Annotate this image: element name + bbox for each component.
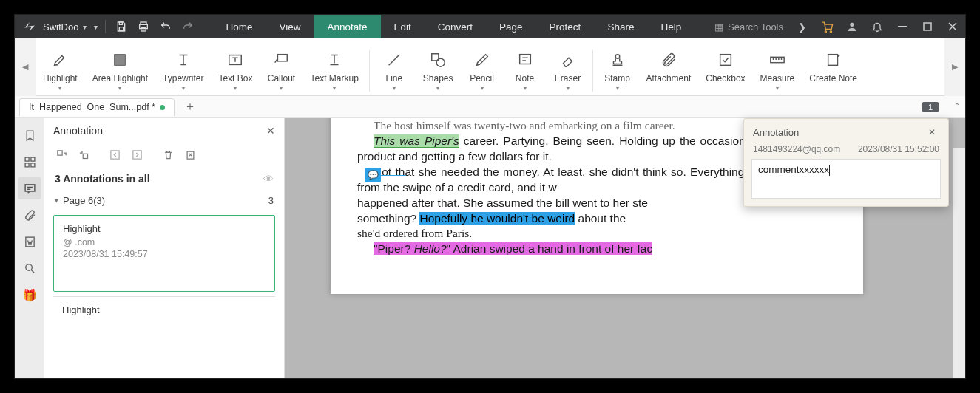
- svg-rect-12: [278, 55, 288, 61]
- svg-point-7: [850, 23, 854, 27]
- save-icon[interactable]: [110, 21, 132, 33]
- ribbon-scroll-left-icon[interactable]: ◀: [15, 38, 36, 96]
- collapse-ribbon-icon[interactable]: ˄: [955, 102, 959, 112]
- svg-rect-29: [110, 150, 118, 158]
- tab-edit[interactable]: Edit: [381, 15, 425, 38]
- ribbon: ◀ Highlight▾ Area Highlight▾ Typewriter▾…: [15, 38, 965, 96]
- shop-icon[interactable]: [814, 15, 839, 38]
- tab-page[interactable]: Page: [486, 15, 536, 38]
- tool-shapes[interactable]: Shapes▾: [416, 49, 461, 92]
- svg-rect-28: [83, 154, 87, 158]
- recent-dropdown-icon[interactable]: ▾: [94, 23, 98, 31]
- tool-create-note[interactable]: Create Note: [802, 49, 865, 83]
- search-panel-icon[interactable]: [18, 257, 41, 279]
- create-note-icon: [825, 49, 842, 70]
- popup-close-icon[interactable]: ✕: [925, 125, 939, 140]
- expand-triangle-icon: ▸: [53, 199, 61, 202]
- print-icon[interactable]: [132, 21, 155, 33]
- document-tab[interactable]: It_Happened_One_Sum...pdf *: [19, 98, 175, 116]
- tool-attachment[interactable]: Attachment: [639, 49, 699, 83]
- tab-help[interactable]: Help: [647, 15, 695, 38]
- gift-icon[interactable]: 🎁: [18, 284, 41, 306]
- delete-annotation-icon[interactable]: [158, 146, 178, 163]
- chevron-down-icon: ▾: [182, 85, 185, 92]
- highlight-green[interactable]: This was Piper's: [374, 134, 459, 148]
- tab-home[interactable]: Home: [212, 15, 266, 38]
- app-menu-dropdown-icon[interactable]: ▾: [83, 23, 87, 31]
- tool-measure[interactable]: Measure▾: [753, 49, 802, 92]
- tool-text-markup[interactable]: Text Markup▾: [303, 49, 365, 92]
- ribbon-separator: [592, 50, 593, 92]
- tool-callout[interactable]: Callout▾: [260, 49, 303, 92]
- note-icon: [517, 49, 533, 70]
- search-tools[interactable]: ▦ Search Tools: [714, 21, 783, 33]
- line-icon: [386, 49, 402, 70]
- page-group-label: Page 6(3): [63, 195, 105, 206]
- tool-highlight[interactable]: Highlight▾: [36, 49, 85, 92]
- tool-note[interactable]: Note▾: [504, 49, 547, 92]
- thumbnails-icon[interactable]: [18, 151, 41, 173]
- divider: [105, 20, 106, 33]
- svg-point-26: [25, 264, 32, 270]
- user-icon[interactable]: [839, 15, 865, 38]
- svg-rect-24: [25, 184, 35, 191]
- svg-rect-21: [30, 157, 34, 161]
- minimize-icon[interactable]: [890, 15, 915, 38]
- svg-rect-22: [25, 163, 29, 166]
- tab-convert[interactable]: Convert: [425, 15, 486, 38]
- tab-view[interactable]: View: [266, 15, 314, 38]
- note-connector: [381, 175, 406, 176]
- chevron-down-icon: ▾: [776, 85, 779, 92]
- popup-user: 1481493224@qq.com: [753, 144, 840, 154]
- tool-stamp[interactable]: Stamp▾: [596, 49, 639, 92]
- tool-typewriter[interactable]: Typewriter▾: [155, 49, 211, 92]
- annotation-card[interactable]: Highlight: [53, 296, 275, 323]
- delete-all-icon[interactable]: [180, 146, 200, 163]
- highlight-blue[interactable]: Hopefully he wouldn't be weird: [419, 212, 575, 225]
- redo-icon[interactable]: [177, 21, 199, 33]
- vertical-scrollbar[interactable]: [953, 118, 965, 378]
- annotations-panel-icon[interactable]: [18, 177, 41, 199]
- prev-annotation-icon[interactable]: [105, 146, 124, 163]
- popup-comment-input[interactable]: commentxxxxxx: [751, 159, 941, 199]
- highlight-magenta[interactable]: "Piper? Hello?" Adrian swiped a hand in …: [374, 242, 652, 255]
- tab-share[interactable]: Share: [594, 15, 647, 38]
- svg-point-14: [436, 58, 445, 66]
- maximize-icon[interactable]: [915, 15, 940, 38]
- visibility-toggle-icon[interactable]: 👁: [263, 173, 274, 185]
- chevron-right-icon[interactable]: ❯: [789, 15, 814, 38]
- chevron-down-icon: ▾: [58, 85, 61, 92]
- chevron-down-icon: ▾: [234, 85, 237, 92]
- collapse-all-icon[interactable]: [74, 146, 93, 163]
- tool-eraser[interactable]: Eraser▾: [547, 49, 589, 92]
- tool-checkbox[interactable]: Checkbox: [698, 49, 752, 83]
- close-panel-icon[interactable]: ✕: [266, 125, 275, 137]
- page-number-badge: 1: [922, 102, 939, 112]
- scrollbar-thumb[interactable]: [953, 118, 965, 148]
- tool-pencil[interactable]: Pencil▾: [461, 49, 504, 92]
- close-window-icon[interactable]: [940, 15, 965, 38]
- chevron-down-icon: ▾: [481, 85, 484, 92]
- note-marker-icon[interactable]: 💬: [365, 168, 381, 182]
- checkbox-icon: [717, 49, 734, 70]
- expand-all-icon[interactable]: [52, 146, 71, 163]
- attachments-panel-icon[interactable]: [18, 204, 41, 226]
- tool-area-highlight[interactable]: Area Highlight▾: [85, 49, 155, 92]
- annotation-card-selected[interactable]: Highlight @ .com 2023/08/31 15:49:57: [53, 215, 275, 292]
- callout-icon: [273, 49, 289, 70]
- bell-icon[interactable]: [865, 15, 890, 38]
- bookmark-icon[interactable]: [18, 124, 41, 146]
- undo-icon[interactable]: [155, 21, 177, 33]
- svg-rect-19: [828, 55, 837, 66]
- add-tab-button[interactable]: ＋: [180, 98, 200, 116]
- tab-annotate[interactable]: Annotate: [314, 15, 380, 38]
- tool-text-box[interactable]: Text Box▾: [211, 49, 260, 92]
- tool-line[interactable]: Line▾: [373, 49, 416, 92]
- page-group-row[interactable]: ▸Page 6(3) 3: [44, 191, 284, 211]
- tab-protect[interactable]: Protect: [536, 15, 595, 38]
- document-tab-bar: It_Happened_One_Sum...pdf * ＋ 1 ˄: [15, 96, 965, 118]
- ribbon-scroll-right-icon[interactable]: ▶: [944, 38, 965, 96]
- svg-point-16: [615, 55, 620, 59]
- next-annotation-icon[interactable]: [127, 146, 146, 163]
- word-export-icon[interactable]: [18, 230, 41, 253]
